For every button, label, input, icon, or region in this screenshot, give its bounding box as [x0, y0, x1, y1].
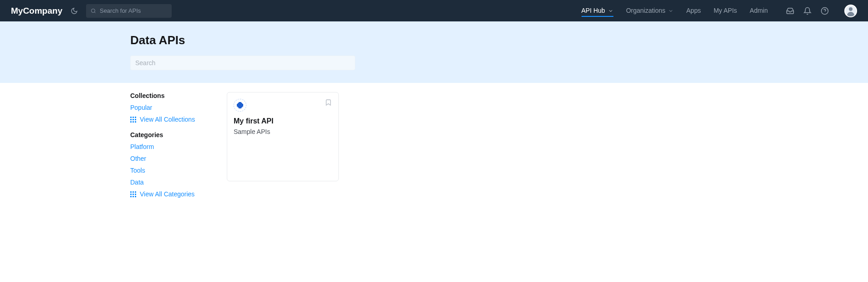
page-title: Data APIs [130, 33, 586, 47]
api-card[interactable]: My first API Sample APIs [227, 92, 339, 181]
nav-organizations-label: Organizations [626, 0, 665, 21]
top-nav: MyCompany API Hub Organizations Apps My … [0, 0, 868, 21]
api-icon [234, 99, 246, 112]
grid-icon [130, 191, 136, 197]
categories-section: Categories Platform Other Tools Data Vie… [130, 131, 204, 198]
header-icons [786, 5, 857, 17]
sidebar-link-view-all-collections[interactable]: View All Collections [130, 116, 204, 123]
page-search-input[interactable] [135, 59, 350, 67]
moon-icon [71, 7, 78, 15]
view-all-categories-label: View All Categories [140, 190, 194, 198]
header-left: MyCompany [11, 4, 172, 18]
hero: Data APIs [0, 21, 868, 83]
nav-api-hub[interactable]: API Hub [582, 0, 613, 21]
view-all-collections-label: View All Collections [140, 116, 195, 123]
bookmark-icon [325, 99, 332, 106]
content: My first API Sample APIs [227, 92, 339, 206]
sidebar-link-data[interactable]: Data [130, 179, 204, 186]
sidebar-link-view-all-categories[interactable]: View All Categories [130, 190, 204, 198]
bell-icon [803, 7, 812, 15]
card-description: Sample APIs [234, 128, 332, 135]
nav-api-hub-label: API Hub [582, 0, 605, 21]
svg-line-1 [94, 12, 95, 13]
sidebar-link-other[interactable]: Other [130, 155, 204, 162]
nav-apps[interactable]: Apps [686, 0, 701, 21]
categories-heading: Categories [130, 131, 204, 138]
sidebar-link-platform[interactable]: Platform [130, 143, 204, 150]
chevron-down-icon [608, 8, 613, 14]
global-search-input[interactable] [100, 7, 167, 14]
svg-point-0 [91, 9, 95, 12]
card-title: My first API [234, 117, 332, 125]
hero-inner: Data APIs [130, 33, 586, 70]
page-search[interactable] [130, 56, 355, 70]
notifications-button[interactable] [803, 7, 812, 15]
search-icon [91, 8, 96, 14]
logo[interactable]: MyCompany [11, 6, 62, 16]
inbox-button[interactable] [786, 7, 794, 15]
api-icon-inner [238, 103, 242, 108]
nav-my-apis[interactable]: My APIs [714, 0, 737, 21]
nav-admin[interactable]: Admin [750, 0, 768, 21]
help-button[interactable] [821, 7, 829, 15]
grid-icon [130, 117, 136, 123]
help-icon [821, 7, 829, 15]
header-right: API Hub Organizations Apps My APIs Admin [582, 0, 858, 21]
user-avatar[interactable] [844, 5, 857, 17]
sidebar-link-popular[interactable]: Popular [130, 104, 204, 111]
sidebar: Collections Popular View All Collections… [130, 92, 204, 206]
sidebar-link-tools[interactable]: Tools [130, 167, 204, 174]
nav-organizations[interactable]: Organizations [626, 0, 674, 21]
collections-heading: Collections [130, 92, 204, 99]
main: Collections Popular View All Collections… [0, 83, 868, 206]
chevron-down-icon [668, 8, 674, 14]
bookmark-button[interactable] [325, 99, 332, 108]
theme-toggle[interactable] [71, 7, 78, 15]
card-top [234, 99, 332, 112]
inbox-icon [786, 7, 794, 15]
global-search[interactable] [86, 4, 172, 18]
